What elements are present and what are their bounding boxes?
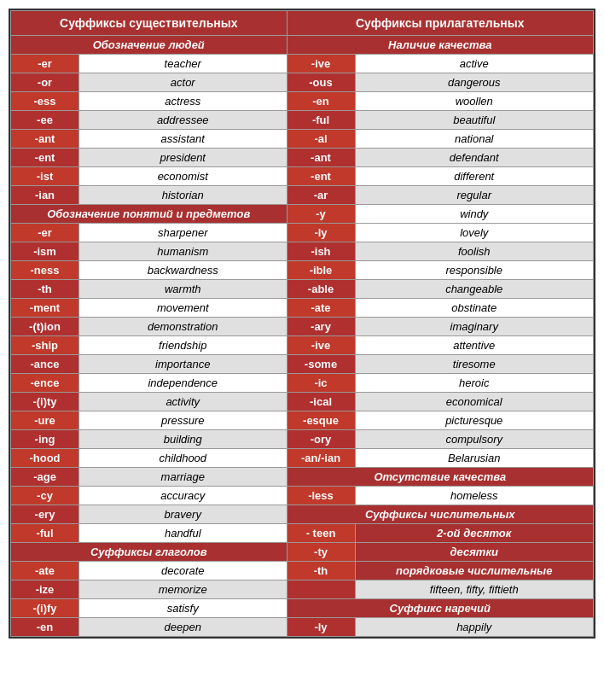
table-row: -oractor-ousdangerous xyxy=(11,73,594,92)
section-header-row: Обозначение людейНаличие качества xyxy=(11,36,594,55)
table-row: -nessbackwardness-ibleresponsible xyxy=(11,261,594,280)
table-row: -anceimportance-sometiresome xyxy=(11,355,594,374)
table-row: Суффиксы глаголов-tyдесятки xyxy=(11,543,594,562)
header-left: Суффиксы существительных xyxy=(11,11,287,36)
table-row: -ismhumanism-ishfoolish xyxy=(11,242,594,261)
table-row: -agemarriageОтсутствие качества xyxy=(11,468,594,487)
table-row: -urepressure-esquepicturesque xyxy=(11,411,594,430)
table-row: -isteconomist-entdifferent xyxy=(11,167,594,186)
table-row: -(i)fysatisfyСуффикс наречий xyxy=(11,599,594,618)
table-row: -eeaddressee-fulbeautiful xyxy=(11,111,594,130)
table-row: -hoodchildhood-an/-ianBelarusian xyxy=(11,449,594,468)
main-table: Суффиксы существительных Суффиксы прилаг… xyxy=(9,9,595,639)
table-row: -thwarmth-ablechangeable xyxy=(11,280,594,299)
table-row: -(i)tyactivity-icaleconomical xyxy=(11,393,594,411)
table-header: Суффиксы существительных Суффиксы прилаг… xyxy=(11,11,594,36)
table-row: -antassistant-alnational xyxy=(11,130,594,149)
table-row: -cyaccuracy-lesshomeless xyxy=(11,487,594,505)
table-row: -entpresident-antdefendant xyxy=(11,149,594,167)
table-row: -(t)iondemonstration-aryimaginary xyxy=(11,318,594,336)
table-row: -endeepen-lyhappily xyxy=(11,618,594,637)
table-row: -shipfriendship-iveattentive xyxy=(11,336,594,355)
table-row: -essactress-enwoollen xyxy=(11,92,594,111)
table-row: -erybraveryСуффиксы числительных xyxy=(11,505,594,524)
table-row: -ianhistorian-arregular xyxy=(11,186,594,205)
table-row: Обозначение понятий и предметов-ywindy xyxy=(11,205,594,224)
table-row: -mentmovement-ateobstinate xyxy=(11,299,594,318)
table-row: -fulhandful- teen2-ой десяток xyxy=(11,524,594,543)
table-row: -enceindependence-icheroic xyxy=(11,374,594,393)
table-row: -ersharpener-lylovely xyxy=(11,224,594,242)
table-row: -erteacher-iveactive xyxy=(11,55,594,73)
header-right: Суффиксы прилагательных xyxy=(287,11,594,36)
table-row: -ingbuilding-orycompulsory xyxy=(11,430,594,449)
table-row: -atedecorate-thпорядковые числительные xyxy=(11,562,594,580)
table-row: -izememorizefifteen, fifty, fiftieth xyxy=(11,580,594,599)
